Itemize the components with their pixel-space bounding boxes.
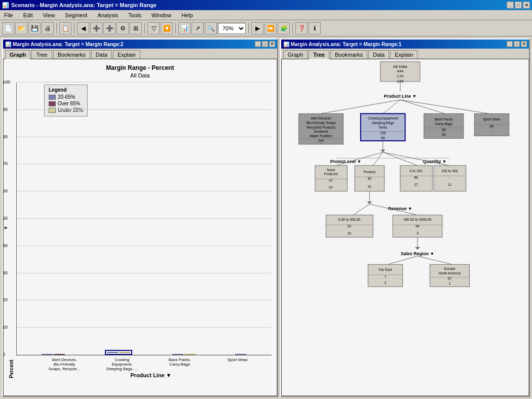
left-panel-title-bar: 📊 Margin Analysis.ana: Target = Margin R… [3, 39, 277, 49]
tab-tree-left[interactable]: Tree [31, 50, 52, 59]
svg-text:Revenue ▼: Revenue ▼ [388, 206, 412, 211]
tab-graph-right[interactable]: Graph [283, 50, 308, 59]
report-button[interactable]: 📋 [59, 22, 71, 34]
bar-3-3[interactable] [184, 354, 196, 355]
tab-explain-right[interactable]: Explain [390, 50, 417, 59]
menu-help[interactable]: Help [179, 12, 195, 19]
back-button[interactable]: ◀ [77, 22, 89, 34]
x-axis-title[interactable]: Product Line ▼ [30, 372, 272, 378]
bar-1-1[interactable] [42, 354, 53, 355]
left-maximize[interactable]: □ [262, 41, 268, 47]
model-button[interactable]: 🧩 [278, 22, 290, 34]
close-button[interactable]: ✕ [523, 2, 530, 9]
new-button[interactable]: 📄 [2, 22, 14, 34]
menu-analysis[interactable]: Analysis [95, 12, 120, 19]
toolbar: 📄 📂 💾 🖨 📋 ◀ ➕ ➕ ⚙ ⊞ ▽ 🔽 📊 ↗ 🔍 70% ▶ ⏩ 🧩 … [0, 20, 532, 36]
svg-text:-: - [491, 130, 492, 133]
svg-text:100 to 400: 100 to 400 [441, 169, 458, 173]
svg-text:-: - [320, 141, 321, 145]
bar-2-1[interactable] [107, 352, 118, 353]
tab-graph-left[interactable]: Graph [5, 50, 30, 59]
bar-4-1[interactable] [235, 354, 246, 355]
menu-window[interactable]: Window [149, 12, 173, 19]
tab-data-right[interactable]: Data [368, 50, 389, 59]
svg-text:Water Purifiers: Water Purifiers [310, 134, 332, 138]
svg-text:None: None [327, 168, 335, 172]
bar-group-1 [42, 354, 65, 355]
svg-text:Sport Wear: Sport Wear [483, 117, 501, 122]
split-button[interactable]: ⊞ [130, 22, 142, 34]
chart-button[interactable]: 📊 [178, 22, 191, 34]
bar-2-3[interactable] [119, 352, 130, 353]
x-label-4: Sport Wear [217, 357, 258, 371]
left-panel-title: Margin Analysis.ana: Target = Margin Ran… [13, 42, 124, 47]
svg-text:11: 11 [447, 183, 451, 186]
filter-button[interactable]: ▽ [147, 22, 160, 34]
svg-text:98: 98 [442, 128, 446, 132]
app-title: Scenario - Margin Analysis.ana: Target =… [11, 2, 157, 8]
svg-marker-27 [381, 150, 386, 152]
bar-group-2-selected[interactable] [105, 350, 132, 355]
chart-grid: 100 90 80 70 60 50 40 30 20 10 0 [16, 83, 272, 355]
x-label-1: Alert Devices,Bio-FriendlySoaps, Recycle… [44, 357, 85, 371]
bars-container [17, 83, 272, 355]
right-minimize[interactable]: _ [507, 41, 513, 47]
right-panel-title-bar: 📊 Margin Analysis.ana: Target = Margin R… [281, 39, 529, 49]
add2-button[interactable]: ➕ [103, 22, 116, 34]
svg-text:2: 2 [384, 281, 386, 285]
svg-text:17: 17 [414, 183, 418, 186]
add-button[interactable]: ➕ [90, 22, 102, 34]
svg-text:57: 57 [447, 277, 451, 281]
left-panel-icon: 📊 [5, 42, 11, 47]
svg-line-2 [383, 100, 400, 113]
svg-text:Sales Region ▼: Sales Region ▼ [401, 251, 434, 256]
zoom-select[interactable]: 70% [218, 23, 246, 34]
l1-n1-t1: Alert Devices [311, 116, 331, 120]
l1-n2-t1: Cooking Equipment [368, 116, 398, 121]
svg-text:Tents: Tents [378, 126, 387, 129]
print-button[interactable]: 🖨 [42, 22, 54, 34]
tab-data-left[interactable]: Data [91, 50, 112, 59]
export-button[interactable]: ↗ [192, 22, 204, 34]
svg-text:139: 139 [380, 131, 386, 135]
menu-view[interactable]: View [41, 12, 57, 19]
tab-tree-right[interactable]: Tree [309, 50, 329, 59]
menu-edit[interactable]: Edit [21, 12, 35, 19]
search-button[interactable]: 🔍 [205, 22, 217, 34]
info-button[interactable]: ℹ [309, 22, 321, 34]
svg-text:Europe: Europe [444, 267, 455, 271]
left-chart-content: Margin Range - Percent All Data ▶ Legend… [3, 59, 277, 396]
svg-text:Back Packs: Back Packs [435, 117, 453, 121]
menu-file[interactable]: File [2, 12, 15, 19]
svg-text:Quantity ▼: Quantity ▼ [423, 159, 447, 164]
bar-group-4 [235, 354, 246, 355]
help-button[interactable]: ❓ [295, 22, 308, 34]
sep2 [74, 23, 74, 34]
menu-segment[interactable]: Segment [63, 12, 89, 19]
right-close[interactable]: ✕ [521, 41, 527, 47]
tab-bookmarks-left[interactable]: Bookmarks [53, 50, 90, 59]
svg-line-4 [400, 100, 489, 113]
open-button[interactable]: 📂 [15, 22, 27, 34]
minimize-button[interactable]: _ [507, 2, 514, 9]
maximize-button[interactable]: □ [515, 2, 522, 9]
bar-3-1[interactable] [172, 354, 183, 355]
main-content: 📊 Margin Analysis.ana: Target = Margin R… [0, 36, 532, 399]
settings-button[interactable]: ⚙ [117, 22, 129, 34]
chart-inner: 100 90 80 70 60 50 40 30 20 10 0 [16, 83, 272, 378]
tab-bookmarks-right[interactable]: Bookmarks [330, 50, 367, 59]
tab-explain-left[interactable]: Explain [113, 50, 140, 59]
funnel-button[interactable]: 🔽 [161, 22, 173, 34]
right-maximize[interactable]: □ [514, 41, 520, 47]
run-button[interactable]: ▶ [251, 22, 263, 34]
product-line-split: Product Line ▼ [384, 94, 416, 99]
save-button[interactable]: 💾 [28, 22, 41, 34]
menu-tools[interactable]: Tools [126, 12, 143, 19]
right-tree-content: All Data 444 170 126 Product Line ▼ Aler… [281, 59, 529, 396]
svg-text:41: 41 [367, 185, 371, 188]
run2-button[interactable]: ⏩ [264, 22, 277, 34]
svg-text:98: 98 [381, 136, 385, 140]
bar-1-2[interactable] [54, 354, 65, 355]
left-minimize[interactable]: _ [255, 41, 261, 47]
left-close[interactable]: ✕ [269, 41, 275, 47]
